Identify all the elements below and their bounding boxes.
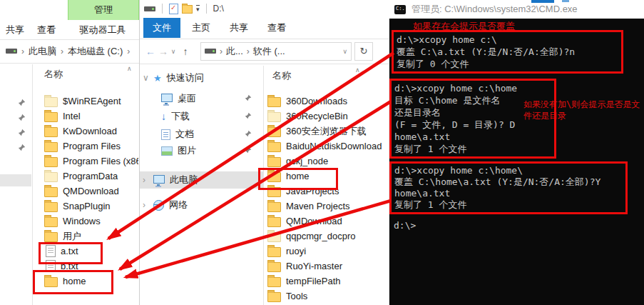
sidebar-item-this-pc[interactable]: › 此电脑 [140, 172, 263, 188]
file-name: $WinREAgent [63, 96, 121, 106]
customize-toolbar-icon[interactable]: ▾ [196, 5, 200, 12]
sidebar-item-documents[interactable]: 文档 [140, 126, 263, 142]
file-name: Windows [63, 216, 101, 226]
tab-home[interactable]: 主页 [185, 18, 217, 38]
file-rows-c: $WinREAgentIntelKwDownloadProgram FilesP… [33, 94, 138, 289]
file-row[interactable]: gckj_node [264, 154, 389, 169]
address-bar[interactable]: › 此... › 软件 (... ∨ [200, 42, 352, 61]
column-header-name[interactable]: 名称 [272, 69, 291, 82]
file-row[interactable]: Windows [33, 214, 138, 229]
file-name: home [286, 171, 310, 181]
file-row[interactable]: BaiduNetdiskDownload [264, 139, 389, 154]
window-title-path: D:\ [213, 4, 224, 14]
folder-pale-icon [44, 97, 58, 107]
sort-ascending-icon: ∧ [127, 65, 132, 72]
tab-view[interactable]: 查看 [261, 18, 292, 38]
new-folder-icon[interactable] [182, 5, 193, 14]
forward-icon[interactable]: → [157, 46, 170, 57]
properties-check-icon[interactable] [169, 4, 178, 14]
chevron-right-icon: › [247, 46, 250, 56]
folder-icon [267, 247, 281, 257]
file-row[interactable]: $WinREAgent [33, 94, 138, 109]
pin-icon [244, 146, 252, 154]
explorer-c-window: 管理 共享 查看 驱动器工具 › 此电脑 › 本地磁盘 (C:) › 名称 ∧ … [0, 0, 140, 305]
file-row[interactable]: a.txt [33, 244, 138, 259]
folder-icon [267, 202, 281, 212]
file-row[interactable]: 用户 [33, 229, 138, 244]
tab-view[interactable]: 查看 [37, 20, 56, 39]
refresh-icon: ↻ [360, 46, 368, 56]
file-row[interactable]: ruoyi [264, 244, 389, 259]
address-segment-drive[interactable]: 软件 (... [253, 45, 285, 58]
tab-drive-tools[interactable]: 驱动器工具 [68, 20, 138, 39]
file-row[interactable]: b.txt [33, 259, 138, 274]
file-name: KwDownload [63, 126, 117, 136]
sidebar-item-label: 下载 [171, 110, 190, 123]
back-icon[interactable]: ← [144, 46, 157, 57]
title-bar[interactable]: ▾ D:\ [140, 0, 389, 17]
file-name: Maven Projects [286, 201, 350, 211]
sidebar-item-network[interactable]: › 网络 [140, 197, 263, 213]
file-row[interactable]: home [264, 169, 389, 184]
breadcrumb-local-disk-c[interactable]: 本地磁盘 (C:) [68, 45, 123, 58]
file-row[interactable]: Program Files (x86) [33, 154, 138, 169]
file-row[interactable]: Intel [33, 109, 138, 124]
file-row[interactable]: qqpcmgr_docpro [264, 229, 389, 244]
file-row[interactable]: 360安全浏览器下载 [264, 124, 389, 139]
refresh-button[interactable]: ↻ [354, 42, 373, 61]
title-bar[interactable]: 管理员: C:\Windows\system32\CMD.exe [389, 0, 644, 19]
chevron-right-icon[interactable]: › [143, 175, 148, 185]
file-row[interactable]: 360Downloads [264, 94, 389, 109]
breadcrumb-this-pc[interactable]: 此电脑 [29, 45, 56, 58]
recent-locations-icon[interactable]: ∨ [170, 48, 177, 55]
folder-icon [267, 292, 281, 302]
sidebar-item-label: 桌面 [178, 92, 196, 105]
folder-icon [44, 232, 58, 242]
pin-icon [17, 99, 26, 107]
sidebar-item-label: 快速访问 [167, 71, 204, 84]
screenshot-stage: 管理 共享 查看 驱动器工具 › 此电脑 › 本地磁盘 (C:) › 名称 ∧ … [0, 0, 644, 305]
console-line: d:\>xcopy home c:\ [397, 34, 618, 46]
sidebar-item-quick-access[interactable]: ∨ ★ 快速访问 [140, 70, 263, 86]
file-row[interactable]: SnapPlugin [33, 199, 138, 214]
file-row[interactable]: JavaProjects [264, 184, 389, 199]
sidebar-item-desktop[interactable]: 桌面 [140, 91, 263, 106]
file-row[interactable]: 360RecycleBin [264, 109, 389, 124]
folder-icon [267, 217, 281, 227]
sidebar-item-label: 此电脑 [170, 174, 198, 186]
file-row[interactable]: Tools [264, 289, 389, 304]
file-row[interactable]: tempFilePath [264, 274, 389, 289]
explorer-d-window: ▾ D:\ 文件 主页 共享 查看 ← → ∨ ↑ › 此... › 软件 (.… [139, 0, 389, 305]
file-row[interactable]: home [33, 274, 138, 289]
sidebar-item-pictures[interactable]: 图片 [140, 143, 263, 159]
up-icon[interactable]: ↑ [179, 46, 192, 57]
file-rows-d: 360Downloads360RecycleBin360安全浏览器下载Baidu… [264, 94, 389, 304]
file-row[interactable]: QMDownload [33, 184, 138, 199]
file-list-d: 名称 ∧ 360Downloads360RecycleBin360安全浏览器下载… [264, 66, 389, 305]
column-header-name[interactable]: 名称 [44, 68, 63, 81]
console-prompt[interactable]: d:\> [394, 220, 416, 231]
chevron-right-icon[interactable]: › [143, 200, 148, 210]
pin-icon [17, 144, 26, 152]
computer-icon [153, 175, 165, 184]
tab-share[interactable]: 共享 [223, 18, 255, 38]
address-segment-this-pc[interactable]: 此... [226, 45, 243, 58]
address-dropdown-icon[interactable]: ∨ [342, 48, 347, 55]
console-output: 如果存在会提示是否覆盖 d:\>xcopy home c:\覆盖 C:\a.tx… [389, 19, 644, 305]
tab-file[interactable]: 文件 [143, 18, 180, 38]
file-row[interactable]: QMDownload [264, 214, 389, 229]
file-row[interactable]: RuoYi-master [264, 259, 389, 274]
file-row[interactable]: Maven Projects [264, 199, 389, 214]
navigation-pane: ∨ ★ 快速访问 桌面 ↓ 下载 文档 图片 [140, 66, 264, 305]
folder-pale-icon [267, 112, 281, 122]
file-row[interactable]: Program Files [33, 139, 138, 154]
file-row[interactable]: KwDownload [33, 124, 138, 139]
drive-icon [144, 6, 155, 11]
sidebar-item-downloads[interactable]: ↓ 下载 [140, 109, 263, 124]
chevron-down-icon[interactable]: ∨ [143, 73, 148, 83]
ribbon-tab-row: 共享 查看 驱动器工具 [0, 20, 139, 40]
console-line: d:\>xcopy home c:\home [394, 82, 551, 94]
file-row[interactable]: ProgramData [33, 169, 138, 184]
tab-share[interactable]: 共享 [6, 20, 24, 39]
ribbon-manage-tab[interactable]: 管理 [68, 0, 139, 20]
